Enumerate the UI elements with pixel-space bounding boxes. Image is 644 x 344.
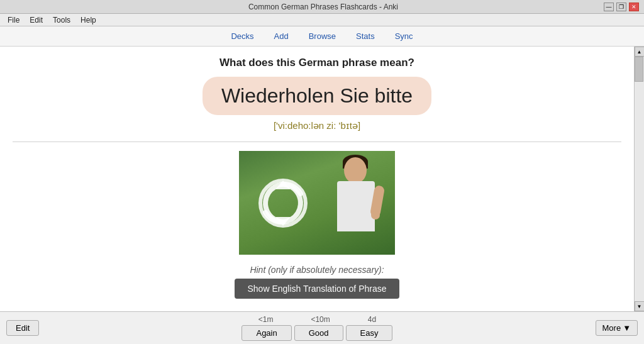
german-phrase: Wiederholen Sie bitte [203,77,431,115]
nav-bar: Decks Add Browse Stats Sync [0,26,644,47]
scroll-track[interactable] [635,57,644,301]
refresh-icon-container [258,178,308,228]
divider [13,141,621,142]
menu-edit[interactable]: Edit [25,16,48,25]
time-labels: <1m <10m 4d [258,315,376,324]
menu-bar: File Edit Tools Help [0,14,644,26]
more-label: More [602,323,621,333]
scrollbar: ▲ ▼ [634,47,644,311]
more-button[interactable]: More ▼ [596,320,638,336]
edit-button[interactable]: Edit [6,320,39,336]
nav-decks[interactable]: Decks [227,30,257,42]
window-title: Common German Phrases Flashcards - Anki [43,3,604,11]
hint-text: Hint (only if absolutely necessary): [250,265,384,275]
window-controls: — ❐ ✕ [604,3,639,11]
person-hand [371,211,380,219]
content-area: What does this German phrase mean? Wiede… [0,47,634,311]
person-body [337,181,375,231]
menu-tools[interactable]: Tools [48,16,75,25]
time-again: <1m [258,315,274,324]
again-button[interactable]: Again [242,325,291,341]
more-chevron-icon: ▼ [623,323,631,333]
hint-label: Hint (only if absolutely necessary): [250,265,384,275]
scroll-thumb[interactable] [635,57,643,82]
scroll-down-arrow[interactable]: ▼ [635,301,645,311]
answer-buttons-container: <1m <10m 4d Again Good Easy [39,315,595,341]
good-button[interactable]: Good [294,325,343,341]
card-image [239,151,395,255]
action-buttons: Again Good Easy [242,325,392,341]
easy-button[interactable]: Easy [346,325,393,341]
pronunciation: ['vi:deho:lən zi: 'bɪtə] [274,120,360,131]
time-good: <10m [311,315,330,324]
nav-stats[interactable]: Stats [352,30,379,42]
main-wrapper: What does this German phrase mean? Wiede… [0,47,644,311]
minimize-button[interactable]: — [604,3,614,11]
nav-add[interactable]: Add [270,30,292,42]
person-head [344,157,367,184]
question-text: What does this German phrase mean? [219,57,414,69]
menu-file[interactable]: File [3,16,25,25]
nav-browse[interactable]: Browse [305,30,340,42]
title-bar: Common German Phrases Flashcards - Anki … [0,0,644,14]
show-translation-button[interactable]: Show English Translation of Phrase [235,279,399,299]
nav-sync[interactable]: Sync [391,30,417,42]
bottom-bar: Edit <1m <10m 4d Again Good Easy More ▼ [0,311,644,344]
restore-button[interactable]: ❐ [616,3,626,11]
close-button[interactable]: ✕ [629,3,639,11]
time-easy: 4d [368,315,376,324]
refresh-icon [258,178,308,228]
menu-help[interactable]: Help [75,16,101,25]
photo-background [239,151,395,255]
scroll-up-arrow[interactable]: ▲ [635,47,645,57]
